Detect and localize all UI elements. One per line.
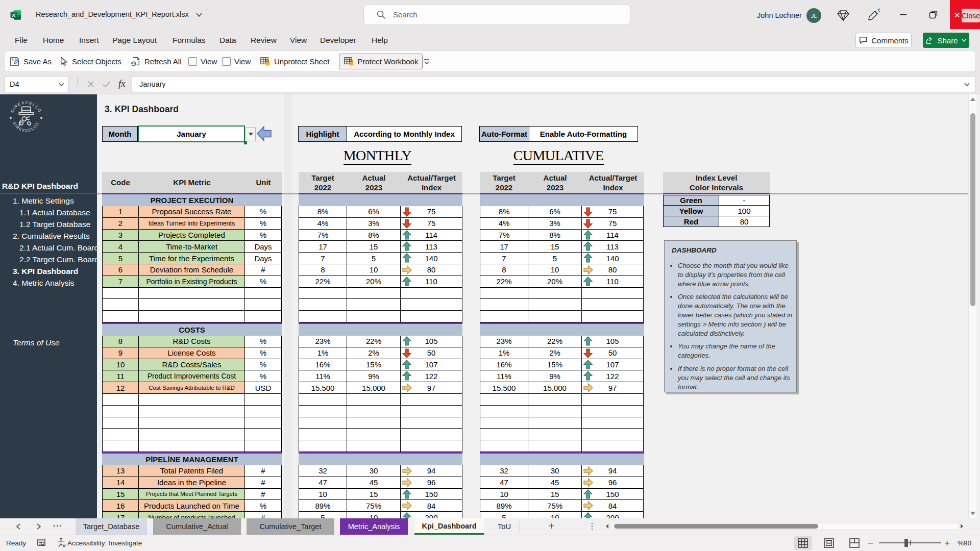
svg-text:X: X (12, 12, 15, 18)
svg-text:SIREXCELCO: SIREXCELCO (12, 121, 40, 133)
